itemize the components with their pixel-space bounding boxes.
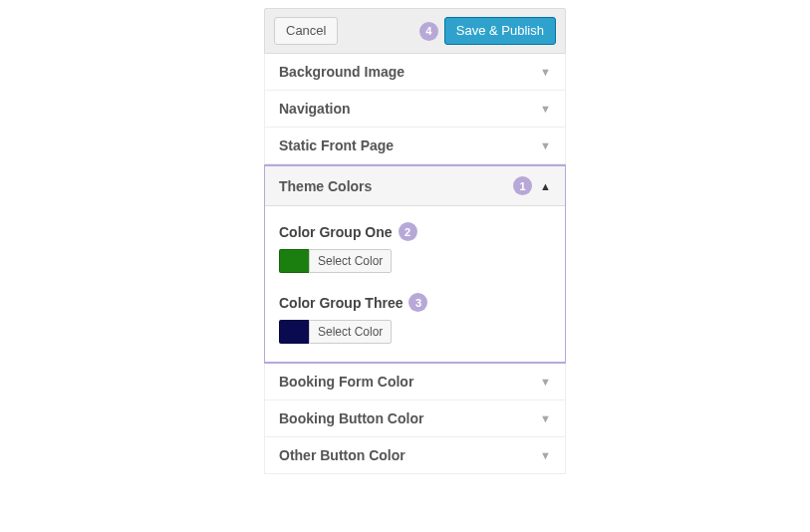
chevron-down-icon: ▼	[540, 376, 551, 388]
color-picker-row: Select Color	[279, 320, 551, 344]
color-swatch[interactable]	[279, 249, 309, 273]
color-swatch[interactable]	[279, 320, 309, 344]
section-other-button-color[interactable]: Other Button Color ▼	[265, 437, 565, 474]
step-badge-3: 3	[408, 293, 427, 312]
section-booking-button-color[interactable]: Booking Button Color ▼	[265, 400, 565, 437]
save-publish-button[interactable]: Save & Publish	[444, 17, 556, 45]
select-color-button[interactable]: Select Color	[309, 320, 392, 344]
section-title: Background Image	[279, 64, 405, 80]
select-color-button[interactable]: Select Color	[309, 249, 392, 273]
section-title: Booking Form Color	[279, 374, 413, 390]
step-badge-4: 4	[419, 22, 438, 41]
color-group-label: Color Group Three	[279, 295, 403, 311]
section-static-front-page[interactable]: Static Front Page ▼	[265, 128, 565, 164]
section-booking-form-color[interactable]: Booking Form Color ▼	[265, 364, 565, 400]
color-group-label-row: Color Group One 2	[279, 222, 551, 241]
section-header-right: 1 ▲	[513, 176, 551, 195]
section-theme-colors-highlight: Theme Colors 1 ▲ Color Group One 2 Selec…	[264, 164, 566, 364]
color-picker-row: Select Color	[279, 249, 551, 273]
theme-colors-body: Color Group One 2 Select Color Color Gro…	[265, 206, 565, 362]
section-title: Static Front Page	[279, 137, 394, 153]
color-group-one: Color Group One 2 Select Color	[279, 222, 551, 273]
chevron-up-icon: ▲	[540, 180, 551, 192]
color-group-label-row: Color Group Three 3	[279, 293, 551, 312]
cancel-button[interactable]: Cancel	[274, 17, 338, 45]
section-title: Other Button Color	[279, 447, 405, 463]
customizer-panel: Cancel 4 Save & Publish Background Image…	[264, 8, 566, 524]
accordion: Background Image ▼ Navigation ▼ Static F…	[264, 54, 566, 474]
color-group-label: Color Group One	[279, 224, 393, 240]
chevron-down-icon: ▼	[540, 139, 551, 151]
section-background-image[interactable]: Background Image ▼	[265, 54, 565, 91]
section-title: Booking Button Color	[279, 410, 423, 426]
header-bar: Cancel 4 Save & Publish	[264, 8, 566, 54]
chevron-down-icon: ▼	[540, 66, 551, 78]
chevron-down-icon: ▼	[540, 412, 551, 424]
step-badge-2: 2	[399, 222, 417, 241]
step-badge-1: 1	[513, 176, 532, 195]
chevron-down-icon: ▼	[540, 449, 551, 461]
section-theme-colors[interactable]: Theme Colors 1 ▲	[265, 166, 565, 206]
chevron-down-icon: ▼	[540, 103, 551, 115]
section-navigation[interactable]: Navigation ▼	[265, 91, 565, 128]
section-title: Navigation	[279, 101, 351, 117]
save-group: 4 Save & Publish	[419, 17, 556, 45]
section-title: Theme Colors	[279, 178, 372, 194]
color-group-three: Color Group Three 3 Select Color	[279, 293, 551, 344]
